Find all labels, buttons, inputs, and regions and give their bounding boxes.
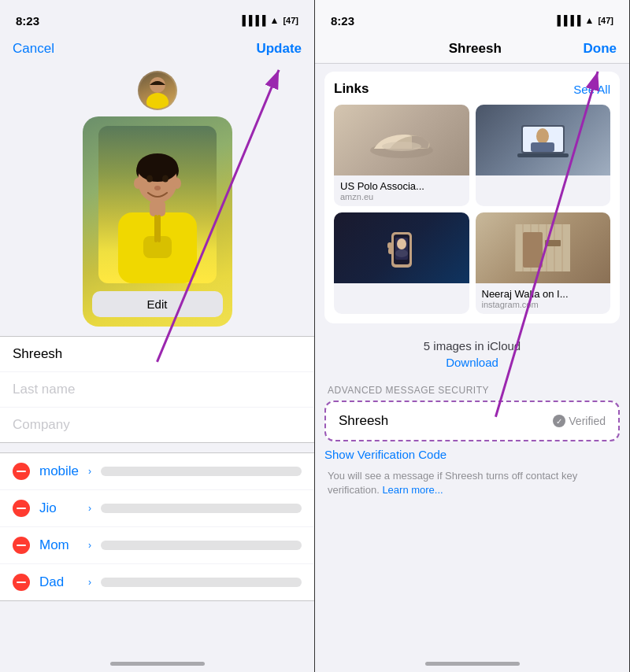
svg-point-4 <box>137 153 178 182</box>
first-name-field[interactable]: Shreesh <box>0 337 314 372</box>
laptop-link-url <box>482 192 605 201</box>
right-status-icons: ▐▐▐▐ ▲ [47] <box>554 15 614 26</box>
phone-label-mobile: mobile <box>39 463 87 479</box>
links-header: Links See All <box>334 81 610 97</box>
signal-icon: ▐▐▐▐ <box>239 15 266 26</box>
link-card-laptop[interactable] <box>476 105 611 206</box>
avatar-section: Edit <box>0 63 314 327</box>
checkmark-icon: ✓ <box>553 415 565 427</box>
wifi-icon-right: ▲ <box>585 15 595 26</box>
show-verification-button[interactable]: Show Verification Code <box>324 448 620 461</box>
cancel-button[interactable]: Cancel <box>13 41 54 57</box>
svg-point-13 <box>162 175 169 183</box>
right-nav-title: Shreesh <box>449 41 502 57</box>
link-card-phone[interactable] <box>334 212 469 314</box>
battery-icon-right: [47] <box>598 16 613 25</box>
learn-more-link[interactable]: Learn more... <box>382 484 443 496</box>
phone-value-dad[interactable] <box>101 578 302 587</box>
right-home-indicator <box>425 662 520 666</box>
phone-item-mobile: mobile › <box>0 453 314 490</box>
phone-label-mom: Mom <box>39 537 87 553</box>
shoe-svg <box>366 119 437 162</box>
svg-rect-29 <box>388 248 393 254</box>
advanced-card-row: Shreesh ✓ Verified <box>339 413 606 429</box>
svg-rect-39 <box>523 232 543 268</box>
links-title: Links <box>334 81 369 97</box>
phone-item-dad: Dad › <box>0 564 314 600</box>
shoe-link-name: US Polo Associa... <box>340 180 463 192</box>
phone-value-mom[interactable] <box>101 541 302 550</box>
svg-point-27 <box>397 238 406 249</box>
svg-rect-23 <box>531 142 554 152</box>
download-button[interactable]: Download <box>315 356 629 369</box>
verified-badge: ✓ Verified <box>553 415 606 427</box>
update-button[interactable]: Update <box>256 41 302 57</box>
edit-button[interactable]: Edit <box>92 291 223 317</box>
svg-rect-21 <box>517 153 569 157</box>
wifi-icon: ▲ <box>270 15 280 26</box>
svg-rect-40 <box>545 240 561 246</box>
phone-link-url <box>340 300 463 309</box>
wall-svg <box>515 224 570 271</box>
left-status-bar: 8:23 ▐▐▐▐ ▲ [47] <box>0 0 314 35</box>
contact-card: Edit <box>83 116 232 327</box>
remove-dad-button[interactable] <box>13 574 30 591</box>
chevron-dad-icon: › <box>88 577 91 588</box>
remove-mom-button[interactable] <box>13 537 30 554</box>
done-button[interactable]: Done <box>584 41 617 57</box>
laptop-link-name <box>482 180 605 192</box>
link-card-shoe[interactable]: US Polo Associa... amzn.eu <box>334 105 469 206</box>
left-nav-bar: Cancel Update <box>0 35 314 63</box>
wall-link-info: Neeraj Walia on I... instagram.com <box>476 283 611 314</box>
left-time: 8:23 <box>16 14 39 28</box>
left-phone-panel: 8:23 ▐▐▐▐ ▲ [47] Cancel Update <box>0 0 315 672</box>
phone-link-info <box>334 283 469 314</box>
svg-rect-30 <box>387 242 392 249</box>
phone-value-mobile[interactable] <box>101 467 302 476</box>
svg-rect-11 <box>158 215 161 242</box>
contact-photo <box>98 126 217 283</box>
right-nav-bar: Shreesh Done <box>315 35 629 64</box>
wall-thumbnail <box>476 212 611 283</box>
right-status-bar: 8:23 ▐▐▐▐ ▲ [47] <box>315 0 629 35</box>
remove-mobile-button[interactable] <box>13 463 30 480</box>
verified-text: Verified <box>569 415 606 427</box>
link-card-wall[interactable]: Neeraj Walia on I... instagram.com <box>476 212 611 314</box>
advanced-contact-name: Shreesh <box>339 413 388 429</box>
company-field[interactable]: Company <box>0 408 314 442</box>
chevron-jio-icon: › <box>88 503 91 514</box>
phone-link-name <box>340 288 463 300</box>
svg-point-28 <box>395 249 408 257</box>
laptop-thumbnail <box>476 105 611 175</box>
laptop-svg <box>513 119 573 162</box>
links-section: Links See All US Polo Associa... am <box>324 72 620 323</box>
advanced-label: ADVANCED MESSAGE SECURITY <box>324 385 620 396</box>
svg-point-14 <box>154 186 161 190</box>
see-all-button[interactable]: See All <box>573 83 610 96</box>
avatar-small-inner <box>139 72 176 109</box>
signal-icon-right: ▐▐▐▐ <box>554 15 581 26</box>
left-home-indicator <box>110 662 205 666</box>
left-status-icons: ▐▐▐▐ ▲ [47] <box>239 15 299 26</box>
svg-point-1 <box>146 93 169 109</box>
phone-label-dad: Dad <box>39 574 87 590</box>
shoe-thumbnail <box>334 105 469 175</box>
svg-point-18 <box>382 142 421 151</box>
advanced-section: ADVANCED MESSAGE SECURITY Shreesh ✓ Veri… <box>324 385 620 461</box>
shoe-link-info: US Polo Associa... amzn.eu <box>334 175 469 206</box>
phone-item-jio: Jio › <box>0 490 314 527</box>
last-name-field[interactable]: Last name <box>0 372 314 408</box>
avatar-small[interactable] <box>138 71 177 110</box>
chevron-mom-icon: › <box>88 540 91 551</box>
wall-link-name: Neeraj Walia on I... <box>482 288 605 300</box>
description-text: You will see a message if Shreesh turns … <box>328 469 617 497</box>
svg-point-6 <box>173 178 181 189</box>
phone-value-jio[interactable] <box>101 504 302 513</box>
chevron-mobile-icon: › <box>88 466 91 477</box>
battery-icon: [47] <box>283 16 298 25</box>
phone-thumbnail <box>334 212 469 283</box>
remove-jio-button[interactable] <box>13 500 30 517</box>
advanced-card: Shreesh ✓ Verified <box>324 401 620 441</box>
svg-rect-8 <box>150 201 165 216</box>
right-phone-panel: 8:23 ▐▐▐▐ ▲ [47] Shreesh Done Links See … <box>315 0 630 672</box>
